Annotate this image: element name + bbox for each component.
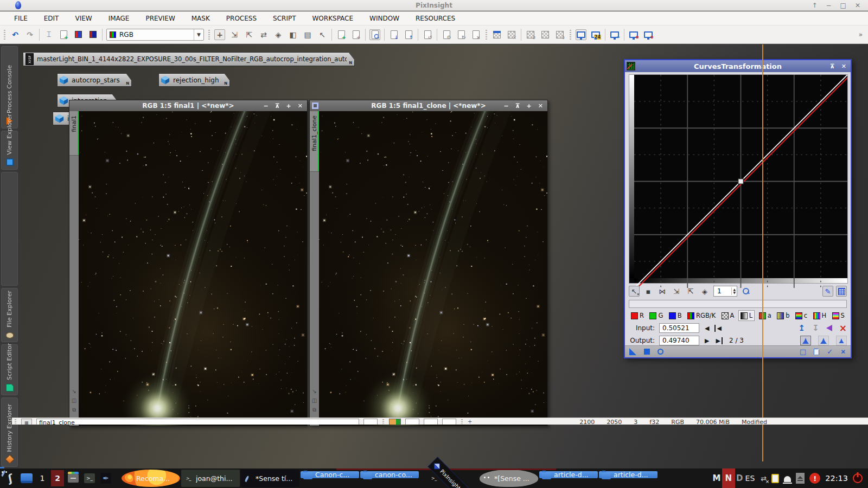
process-icon-autocrop-stars[interactable]: autocrop_stars N bbox=[57, 73, 132, 87]
comet-image-final1-clone[interactable] bbox=[319, 111, 547, 426]
menu-item[interactable]: EDIT bbox=[44, 15, 59, 22]
mask-remove-icon[interactable]: × bbox=[506, 29, 517, 40]
zoom-factor-spinbox[interactable]: 1 ▲▼ bbox=[713, 286, 737, 297]
statusbar-drag-handle[interactable] bbox=[14, 419, 17, 424]
task-terminal[interactable]: joan@thi... bbox=[181, 470, 240, 487]
store-curve-icon[interactable]: ↥ bbox=[799, 324, 806, 332]
new-workspace-icon[interactable] bbox=[576, 29, 586, 40]
split-view-icon[interactable]: ◧ bbox=[288, 29, 298, 40]
menu-item[interactable]: PREVIEW bbox=[145, 15, 175, 22]
menu-item[interactable]: VIEW bbox=[75, 15, 92, 22]
new-instance-icon[interactable] bbox=[629, 348, 636, 355]
edit-identifier-icon[interactable]: ⌶ bbox=[43, 29, 54, 40]
dialog-titlebar[interactable]: CurvesTransformation ⊼ ✕ bbox=[625, 60, 851, 72]
channel-chip[interactable]: A bbox=[720, 311, 736, 320]
menu-item[interactable]: RESOURCES bbox=[416, 15, 455, 22]
toolbar-overflow-icon[interactable]: » bbox=[859, 31, 865, 38]
process-settings-icon[interactable]: ⚙ bbox=[441, 29, 452, 40]
previous-workspace-icon[interactable]: ← bbox=[609, 29, 620, 40]
screen-tf-icon[interactable]: ▤ bbox=[302, 29, 313, 40]
process-icon-rejection-high[interactable]: rejection_high N bbox=[158, 73, 230, 87]
close-workspace-icon[interactable]: ⊗ bbox=[628, 29, 639, 40]
load-process-icon[interactable]: ↓ bbox=[388, 29, 399, 40]
notifications-icon[interactable] bbox=[784, 476, 791, 482]
minimize-icon[interactable]: − bbox=[263, 102, 268, 110]
clone-process-icon[interactable]: + bbox=[350, 29, 361, 40]
close-icon[interactable]: ✕ bbox=[841, 63, 846, 70]
save-process-icon[interactable]: ↑ bbox=[403, 29, 414, 40]
statusbar-drag-handle[interactable] bbox=[461, 419, 463, 424]
edit-point-mode-icon[interactable]: ↖▾ bbox=[629, 286, 640, 297]
toolbar-drag-handle[interactable] bbox=[569, 29, 572, 40]
minimize-icon[interactable]: − bbox=[826, 2, 832, 9]
track-view-check-icon[interactable]: ✓ bbox=[827, 348, 833, 355]
statusbar-drag-handle[interactable] bbox=[382, 419, 385, 424]
zoom-11-icon[interactable] bbox=[741, 286, 751, 297]
reset-icon[interactable]: + bbox=[839, 347, 848, 356]
toolbar-drag-handle[interactable] bbox=[208, 29, 210, 40]
curve-plot[interactable] bbox=[634, 75, 847, 288]
statusbar-box[interactable] bbox=[405, 419, 419, 425]
menu-item[interactable]: SCRIPT bbox=[273, 15, 296, 22]
close-all-workspaces-icon[interactable]: ⊗ bbox=[643, 29, 654, 40]
realtime-preview-icon[interactable]: □ bbox=[800, 348, 806, 355]
curve-graph[interactable] bbox=[629, 74, 848, 284]
maximize-icon[interactable]: □ bbox=[840, 2, 846, 9]
current-view-field[interactable]: final1_clone bbox=[36, 419, 359, 425]
linear-interpolation-icon[interactable] bbox=[836, 336, 847, 345]
fit-view-icon[interactable]: ◫ bbox=[312, 397, 317, 403]
channel-chip[interactable]: L bbox=[739, 311, 754, 320]
channel-chip[interactable]: a bbox=[758, 311, 773, 320]
mask-show-icon[interactable] bbox=[492, 29, 502, 40]
menu-item[interactable]: MASK bbox=[192, 15, 210, 22]
cubic-interpolation-icon[interactable] bbox=[818, 336, 829, 345]
zoom-to-fit-icon[interactable]: ⇲ bbox=[229, 29, 240, 40]
input-switcher-icon[interactable]: ⇄ bbox=[761, 474, 767, 483]
view-tab-final1-clone[interactable]: final1_clone bbox=[310, 111, 319, 172]
apply-global-icon[interactable] bbox=[658, 349, 663, 355]
sidebar-tab-file-explorer[interactable]: File Explorer bbox=[1, 288, 18, 342]
zoom-1-1-icon[interactable]: ⇱ bbox=[244, 29, 254, 40]
process-icon-masterlight[interactable]: XISF masterLight_BIN_1_4144x2822_EXPOSUR… bbox=[23, 52, 355, 66]
power-icon[interactable] bbox=[853, 473, 863, 483]
smooth-interpolation-icon[interactable]: ✎ bbox=[822, 286, 833, 297]
image-window-final1[interactable]: RGB 1:5 final1 | <*new*> − ⊼ + ✕ final1 bbox=[69, 100, 308, 426]
image-window-titlebar[interactable]: RGB 1:5 final1 | <*new*> − ⊼ + ✕ bbox=[69, 100, 307, 111]
shade-icon[interactable]: ⊼ bbox=[830, 63, 835, 70]
last-point-icon[interactable]: ▶ bbox=[714, 337, 722, 344]
window-mode-icon[interactable] bbox=[312, 102, 318, 109]
statusbar-box[interactable] bbox=[363, 419, 378, 425]
zoom-icon[interactable]: + bbox=[527, 102, 532, 110]
process-reload-icon[interactable]: ↻ bbox=[456, 29, 467, 40]
sidebar-tab-history-explorer[interactable]: History Explorer bbox=[1, 397, 18, 467]
undo-icon[interactable]: ↶ bbox=[10, 29, 21, 40]
channel-chip[interactable]: R bbox=[630, 311, 645, 320]
pan-mode-icon[interactable]: ◈ bbox=[699, 286, 710, 297]
menu-item[interactable]: WORKSPACE bbox=[312, 15, 354, 22]
sidebar-tab-script-editor[interactable]: Script Editor bbox=[1, 344, 18, 395]
previous-point-icon[interactable]: ◀ bbox=[704, 325, 710, 332]
zoom-in-mode-icon[interactable]: ⇲ bbox=[671, 286, 682, 297]
view-selector-button[interactable]: ▦ bbox=[21, 419, 32, 425]
akima-interpolation-icon[interactable] bbox=[800, 336, 811, 345]
sidebar-tab-view-explorer[interactable]: View Explorer bbox=[1, 131, 18, 170]
delete-point-mode-icon[interactable]: ⋈ bbox=[657, 286, 668, 297]
channel-chip[interactable]: B bbox=[668, 311, 683, 320]
menu-item[interactable]: FILE bbox=[14, 15, 28, 22]
statusbar-box[interactable] bbox=[424, 419, 438, 425]
reverse-curve-icon[interactable] bbox=[826, 325, 832, 331]
toolbar-drag-handle[interactable] bbox=[485, 29, 488, 40]
channel-chip[interactable]: RGB/K bbox=[686, 311, 717, 320]
close-icon[interactable]: ✕ bbox=[538, 102, 543, 110]
next-point-icon[interactable]: ▶ bbox=[704, 337, 710, 344]
channel-chip[interactable]: H bbox=[812, 311, 828, 320]
toolbar-drag-handle[interactable] bbox=[3, 29, 6, 40]
browse-documentation-icon[interactable] bbox=[814, 349, 819, 355]
mask-invert-icon[interactable]: ø bbox=[525, 29, 536, 40]
resize-icon[interactable]: ↘ bbox=[312, 388, 316, 394]
mask-enable-icon[interactable]: ✓ bbox=[540, 29, 551, 40]
view-tab-final1[interactable]: final1 bbox=[69, 111, 79, 156]
output-field[interactable]: 0.49740 bbox=[659, 336, 699, 345]
new-shared-view-icon[interactable]: + bbox=[58, 29, 69, 40]
zoom-out-mode-icon[interactable]: ⇱ bbox=[685, 286, 696, 297]
